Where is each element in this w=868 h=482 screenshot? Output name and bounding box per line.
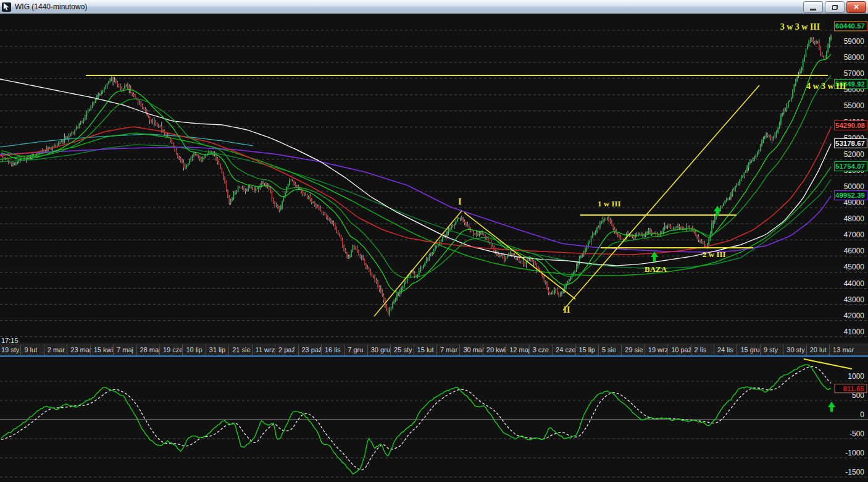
date-tick-separator — [228, 344, 229, 356]
svg-text:1000: 1000 — [848, 372, 864, 381]
date-tick-separator — [737, 344, 737, 356]
wave-labels: 3 w 3 w III4 w 3 w III1 w III2 w IIIBAZA… — [458, 22, 846, 315]
date-label: 24 lis — [717, 346, 733, 353]
restore-icon — [832, 5, 838, 10]
date-label: 9 lut — [24, 346, 37, 353]
date-label: 2 paź — [278, 346, 295, 353]
date-label: 29 sie — [625, 346, 643, 353]
date-tick-separator — [90, 344, 91, 356]
svg-text:-1500: -1500 — [845, 468, 864, 476]
date-label: 2 mar — [48, 346, 65, 353]
date-label: 13 mar — [833, 346, 854, 353]
date-tick-separator — [344, 344, 344, 356]
window-controls: ✕ — [803, 1, 866, 13]
date-label: 5 sie — [602, 346, 616, 353]
date-tick-separator — [321, 344, 322, 356]
date-tick-separator — [67, 344, 67, 356]
date-label: 20 lut — [810, 346, 827, 353]
svg-text:60440.57: 60440.57 — [835, 22, 865, 30]
date-tick-separator — [136, 344, 137, 356]
minimize-button[interactable] — [803, 1, 823, 13]
date-label: 19 wrz — [648, 346, 668, 353]
svg-text:51754.07: 51754.07 — [835, 163, 865, 170]
svg-text:44000: 44000 — [844, 279, 865, 288]
date-label: 15 lut — [417, 346, 434, 353]
app-cursor-icon — [2, 2, 11, 12]
svg-text:58000: 58000 — [844, 53, 865, 62]
svg-text:54290.08: 54290.08 — [835, 122, 866, 129]
date-tick-separator — [783, 344, 783, 356]
date-label: 7 gru — [348, 346, 363, 353]
svg-text:57000: 57000 — [844, 69, 865, 78]
svg-text:II: II — [564, 305, 570, 315]
date-label: 11 wrz — [256, 346, 275, 353]
restore-button[interactable] — [825, 1, 845, 13]
date-tick-separator — [598, 344, 599, 356]
svg-text:48000: 48000 — [844, 214, 865, 223]
svg-text:52000: 52000 — [844, 150, 865, 159]
date-tick-separator — [552, 344, 553, 356]
last-bar-time: 17:15 — [1, 337, 19, 344]
svg-text:50000: 50000 — [844, 182, 865, 191]
svg-text:55000: 55000 — [844, 101, 865, 110]
oscillator-canvas[interactable]: -1500-1000-50005001000811.65 — [0, 357, 868, 482]
date-tick-separator — [760, 344, 761, 356]
svg-text:I: I — [458, 197, 461, 206]
svg-text:43000: 43000 — [844, 295, 865, 304]
teal-ma — [0, 134, 253, 147]
oscillator-gridlines — [0, 381, 868, 477]
date-tick-separator — [414, 344, 414, 356]
date-label: 19 cze — [163, 346, 183, 353]
date-tick-separator — [252, 344, 252, 356]
close-button[interactable]: ✕ — [846, 1, 866, 13]
date-label: 16 lis — [325, 346, 341, 353]
date-tick-separator — [367, 344, 368, 356]
date-label: 7 maj — [117, 346, 133, 353]
date-tick-separator — [298, 344, 299, 356]
date-label: 7 mar — [440, 346, 457, 353]
date-tick-separator — [529, 344, 530, 356]
date-label: 10 paź — [671, 346, 691, 353]
app-window: WIG (1440-minutowo) ✕ 410004200043000440… — [0, 0, 868, 482]
date-tick-separator — [182, 344, 183, 356]
title-bar[interactable]: WIG (1440-minutowo) ✕ — [0, 0, 868, 14]
svg-text:46000: 46000 — [844, 247, 865, 255]
svg-text:811.65: 811.65 — [843, 385, 864, 392]
date-label: 21 sie — [232, 346, 250, 353]
date-label: 28 maj — [140, 346, 161, 353]
date-label: 15 kwi — [94, 346, 113, 353]
price-gridlines — [0, 30, 868, 337]
date-label: 24 cze — [556, 346, 575, 353]
svg-text:3 w 3 w III: 3 w 3 w III — [780, 22, 820, 32]
oscillator-buy-arrow-icon — [828, 402, 835, 412]
svg-text:42000: 42000 — [844, 311, 865, 320]
svg-text:-500: -500 — [849, 429, 864, 438]
white-ma — [0, 79, 831, 266]
date-label: 19 sty — [1, 346, 19, 353]
svg-text:41000: 41000 — [844, 328, 865, 336]
svg-text:45000: 45000 — [844, 263, 865, 271]
svg-text:47000: 47000 — [844, 230, 865, 239]
main-chart-canvas[interactable]: 4100042000430004400045000460004700048000… — [0, 14, 868, 344]
date-tick-separator — [691, 344, 691, 356]
date-tick-separator — [621, 344, 622, 356]
date-label: 3 cze — [533, 346, 549, 353]
date-tick-separator — [667, 344, 668, 356]
date-label: 30 sty — [787, 346, 804, 353]
date-label: 15 lip — [579, 346, 595, 353]
date-tick-separator — [275, 344, 275, 356]
price-axis-labels: 4100042000430004400045000460004700048000… — [844, 21, 865, 336]
trend-lines[interactable] — [86, 75, 828, 316]
date-tick-separator — [44, 344, 44, 356]
date-label: 20 kwi — [486, 346, 506, 353]
svg-text:59000: 59000 — [844, 37, 865, 46]
date-tick-separator — [506, 344, 506, 356]
date-axis: 19 sty9 lut2 mar23 mar15 kwi7 maj28 maj1… — [0, 344, 868, 356]
date-label: 23 paź — [302, 346, 322, 353]
date-label: 31 lip — [209, 346, 225, 353]
date-label: 23 mar — [70, 346, 91, 353]
svg-text:0: 0 — [860, 410, 864, 419]
date-tick-separator — [459, 344, 460, 356]
date-tick-separator — [483, 344, 483, 356]
svg-text:49952.39: 49952.39 — [835, 192, 865, 199]
